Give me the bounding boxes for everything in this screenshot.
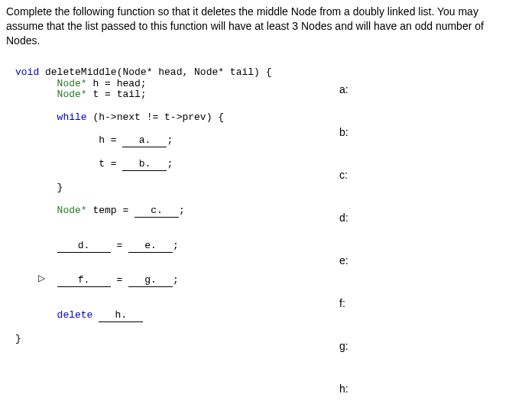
semi-a: ;	[167, 134, 173, 146]
answer-label-g: g:	[339, 340, 509, 352]
problem-statement: Complete the following function so that …	[0, 0, 509, 56]
blank-d[interactable]: d.	[57, 241, 111, 253]
semi-g: ;	[173, 274, 179, 286]
cursor-icon: ▷	[38, 273, 45, 283]
decl-t: t = tail;	[87, 89, 147, 100]
type-node-h: Node*	[57, 78, 87, 89]
t-eq: t =	[99, 158, 122, 170]
type-node-temp: Node*	[57, 205, 87, 216]
sig-rest: deleteMiddle(Node* head, Node* tail) {	[39, 66, 271, 78]
blank-h[interactable]: h.	[99, 310, 143, 322]
answer-column: a: b: c: d: e: f: g: h:	[336, 56, 509, 420]
answer-label-e: e:	[339, 254, 509, 267]
blank-b[interactable]: b.	[122, 159, 167, 171]
answer-label-c: c:	[339, 169, 509, 181]
semi-e: ;	[173, 240, 179, 251]
temp-eq: temp =	[87, 205, 135, 216]
close-while: }	[57, 182, 63, 193]
blank-c[interactable]: c.	[135, 205, 179, 218]
decl-h: h = head;	[87, 78, 147, 89]
blank-e[interactable]: e.	[128, 241, 173, 253]
kw-void: void	[15, 66, 39, 78]
answer-label-d: d:	[339, 212, 509, 224]
blank-f[interactable]: f.	[57, 275, 111, 287]
answer-label-f: f:	[339, 297, 509, 309]
while-cond: (h->next != t->prev) {	[87, 111, 224, 123]
answer-label-b: b:	[339, 126, 509, 138]
answer-label-a: a:	[339, 83, 509, 95]
blank-a[interactable]: a.	[122, 135, 167, 147]
h-eq: h =	[99, 134, 122, 146]
semi-c: ;	[179, 205, 185, 216]
kw-while: while	[57, 111, 87, 123]
answer-label-h: h:	[339, 383, 509, 395]
eq-fg: =	[111, 274, 128, 286]
close-func: }	[15, 333, 21, 344]
code-block: void deleteMiddle(Node* head, Node* tail…	[0, 56, 336, 420]
kw-delete: delete	[57, 309, 93, 321]
blank-g[interactable]: g.	[128, 275, 173, 287]
eq-de: =	[111, 240, 128, 251]
type-node-t: Node*	[57, 89, 87, 100]
semi-b: ;	[167, 158, 173, 170]
